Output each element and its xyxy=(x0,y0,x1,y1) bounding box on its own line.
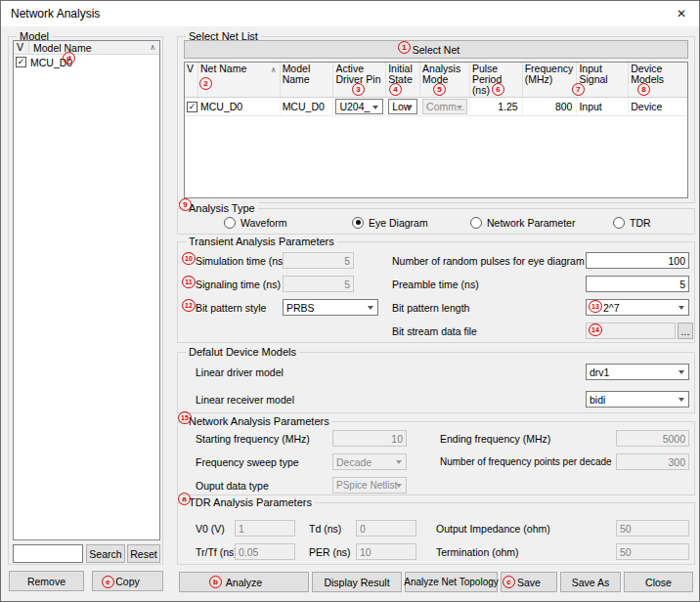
random-pulses-field[interactable] xyxy=(586,252,689,269)
model-checkbox[interactable]: ✓ xyxy=(16,57,26,67)
linear-driver-model-select[interactable]: drv1 xyxy=(586,364,689,380)
net-table: V Net Name∧ Model Name Active Driver Pin… xyxy=(184,62,688,198)
select-net-button[interactable]: Select Net xyxy=(184,40,688,59)
annotation-14: 14 xyxy=(589,323,602,336)
per-label: PER (ns) xyxy=(309,546,351,558)
annotation-e: e xyxy=(102,576,114,588)
annotation-6: 6 xyxy=(492,83,504,96)
chevron-down-icon xyxy=(396,460,402,464)
v0-field xyxy=(235,520,295,537)
search-input[interactable] xyxy=(13,544,83,563)
output-data-type-label: Ouput data type xyxy=(196,480,269,492)
simulation-time-label: Simulation time (ns) xyxy=(196,255,286,267)
col-header-model-name[interactable]: Model Name xyxy=(281,63,334,97)
chevron-down-icon xyxy=(678,398,684,402)
annotation-15: 15 xyxy=(178,411,192,424)
titlebar: Network Analysis ✕ xyxy=(1,1,699,26)
annotation-10: 10 xyxy=(182,252,196,265)
chevron-down-icon xyxy=(372,106,378,109)
annotation-c: c xyxy=(503,576,515,588)
model-header-name: Model Name xyxy=(29,42,159,54)
annotation-9: 9 xyxy=(179,198,192,211)
input-signal-cell[interactable]: Input xyxy=(577,98,629,115)
radio-tdr[interactable]: TDR xyxy=(613,216,651,229)
annotation-4: 4 xyxy=(389,83,402,96)
chevron-down-icon xyxy=(368,306,373,310)
signaling-time-field xyxy=(283,276,354,292)
bit-stream-file-label: Bit stream data file xyxy=(392,325,477,337)
preamble-time-field[interactable] xyxy=(586,276,689,292)
sort-asc-icon: ∧ xyxy=(271,64,277,75)
linear-driver-model-label: Linear driver model xyxy=(196,366,284,378)
sort-asc-icon: ∧ xyxy=(150,43,155,52)
radio-circle xyxy=(224,217,236,229)
annotation-7: 7 xyxy=(572,83,585,96)
output-impedance-field xyxy=(616,520,689,537)
annotation-13: 13 xyxy=(589,300,602,313)
col-header-frequency[interactable]: Frequency (MHz) xyxy=(523,63,578,97)
active-driver-pin-select[interactable]: U204_ xyxy=(335,99,383,114)
annotation-11: 11 xyxy=(182,276,196,288)
network-params-label: Network Analysis Parameters xyxy=(186,415,332,427)
search-button[interactable]: Search xyxy=(86,544,125,563)
bit-pattern-length-label: Bit pattern length xyxy=(392,302,469,314)
annotation-5: 5 xyxy=(433,83,446,96)
v0-label: V0 (V) xyxy=(196,523,225,535)
initial-state-select[interactable]: Low xyxy=(388,99,417,114)
col-header-v[interactable]: V xyxy=(185,63,198,97)
save-as-button[interactable]: Save As xyxy=(560,572,621,592)
col-header-input-signal[interactable]: Input Signal xyxy=(577,63,629,97)
close-icon[interactable]: ✕ xyxy=(664,1,699,26)
termination-label: Termination (ohm) xyxy=(436,546,519,558)
td-field xyxy=(356,520,416,537)
chevron-down-icon xyxy=(678,370,684,374)
chevron-down-icon xyxy=(457,106,462,109)
td-label: Td (ns) xyxy=(309,523,341,535)
frequency-sweep-type-label: Frequency sweep type xyxy=(196,456,299,468)
analyze-net-topology-button[interactable]: Analyze Net Topology xyxy=(405,572,498,592)
remove-button[interactable]: Remove xyxy=(9,571,84,591)
model-list-header[interactable]: V Model Name ∧ xyxy=(14,41,159,55)
annotation-b: b xyxy=(209,576,222,588)
output-impedance-label: Output Impedance (ohm) xyxy=(436,523,550,535)
simulation-time-field xyxy=(283,252,354,269)
radio-circle xyxy=(470,217,482,229)
radio-network-parameter[interactable]: Network Parameter xyxy=(470,216,575,229)
linear-receiver-model-select[interactable]: bidi xyxy=(586,391,689,408)
browse-button[interactable]: ... xyxy=(678,322,693,339)
model-list-item[interactable]: ✓ MCU_D0 xyxy=(14,55,159,69)
model-header-v: V xyxy=(14,41,29,54)
annotation-a: a xyxy=(178,493,191,505)
per-field xyxy=(356,543,416,560)
radio-eye-diagram[interactable]: Eye Diagram xyxy=(352,216,428,229)
linear-receiver-model-label: Linear receiver model xyxy=(196,394,294,406)
chevron-down-icon xyxy=(396,484,402,488)
net-table-row[interactable]: ✓ MCU_D0 MCU_D0 U204_ Low Comm... 1.25 8… xyxy=(185,98,687,116)
model-list: V Model Name ∧ ✓ MCU_D0 xyxy=(13,40,160,540)
close-button[interactable]: Close xyxy=(624,572,693,592)
bit-pattern-style-select[interactable]: PRBS xyxy=(283,299,378,316)
reset-button[interactable]: Reset xyxy=(127,544,160,563)
radio-circle-selected xyxy=(352,217,364,229)
analyze-button[interactable]: Analyze xyxy=(179,572,309,592)
radio-waveform[interactable]: Waveform xyxy=(224,216,286,229)
frequency-cell[interactable]: 800 xyxy=(523,98,578,115)
window-title: Network Analysis xyxy=(11,7,100,21)
annotation-8: 8 xyxy=(637,83,650,96)
net-checkbox[interactable]: ✓ xyxy=(187,102,197,112)
net-name-cell: MCU_D0 xyxy=(198,98,281,115)
transient-params-label: Transient Analysis Parameters xyxy=(186,236,337,247)
termination-field xyxy=(616,543,689,560)
display-result-button[interactable]: Display Result xyxy=(312,572,402,592)
chevron-down-icon xyxy=(407,106,413,109)
annotation-12: 12 xyxy=(182,299,196,312)
ending-frequency-label: Ending frequency (MHz) xyxy=(440,433,550,445)
pulse-period-cell[interactable]: 1.25 xyxy=(470,98,523,115)
annotation-d: d xyxy=(63,52,75,64)
device-models-cell[interactable]: Device xyxy=(629,98,687,115)
radio-circle xyxy=(613,217,625,229)
random-pulses-label: Number of random pulses for eye diagram xyxy=(392,255,585,267)
chevron-down-icon xyxy=(678,306,684,310)
model-name-cell: MCU_D0 xyxy=(281,98,334,115)
annotation-1: 1 xyxy=(398,41,411,54)
